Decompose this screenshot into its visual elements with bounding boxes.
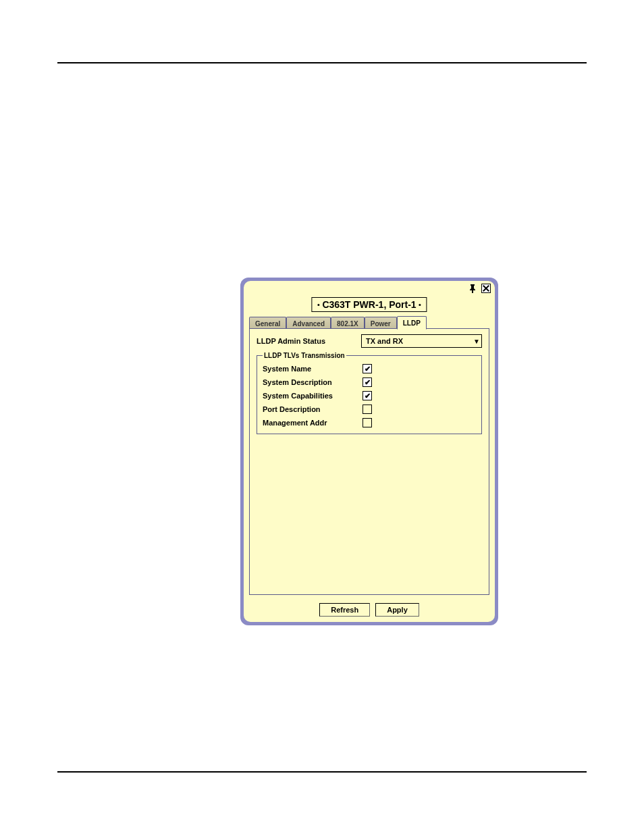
close-icon[interactable] [481, 284, 491, 293]
window-title-text: C363T PWR-1, Port-1 [322, 299, 416, 310]
titlebar-icons [468, 284, 491, 293]
row-management-addr: Management Addr [263, 416, 476, 429]
checkbox-system-capabilities[interactable]: ✔ [363, 391, 372, 400]
checkbox-system-name[interactable]: ✔ [363, 364, 372, 373]
top-horizontal-rule [57, 62, 587, 63]
dropdown-lldp-admin-status[interactable]: TX and RX ▼ [361, 334, 482, 348]
row-port-description: Port Description [263, 402, 476, 416]
row-system-capabilities: System Capabilities ✔ [263, 389, 476, 402]
label-system-name: System Name [263, 365, 363, 373]
chevron-down-icon: ▼ [473, 338, 480, 345]
row-system-description: System Description ✔ [263, 375, 476, 389]
fieldset-legend: LLDP TLVs Transmission [263, 352, 346, 359]
dialog-panel: C363T PWR-1, Port-1 General Advanced 802… [244, 281, 495, 622]
tab-bar: General Advanced 802.1X Power LLDP [249, 316, 427, 329]
tab-advanced[interactable]: Advanced [286, 317, 331, 329]
pushpin-icon[interactable] [468, 284, 477, 293]
label-management-addr: Management Addr [263, 419, 363, 427]
tab-8021x[interactable]: 802.1X [331, 317, 365, 329]
label-system-capabilities: System Capabilities [263, 392, 363, 400]
apply-button[interactable]: Apply [375, 603, 419, 617]
tab-content: LLDP Admin Status TX and RX ▼ LLDP TLVs … [249, 328, 489, 595]
button-bar: Refresh Apply [244, 603, 495, 617]
label-port-description: Port Description [263, 405, 363, 413]
tab-lldp[interactable]: LLDP [397, 316, 427, 330]
row-lldp-admin-status: LLDP Admin Status TX and RX ▼ [257, 334, 482, 348]
checkbox-port-description[interactable] [363, 405, 372, 414]
label-system-description: System Description [263, 378, 363, 386]
tab-general[interactable]: General [249, 317, 286, 329]
title-bullet-left [317, 304, 319, 306]
checkbox-management-addr[interactable] [363, 418, 372, 427]
fieldset-lldp-tlvs: LLDP TLVs Transmission System Name ✔ Sys… [257, 352, 482, 434]
bottom-horizontal-rule [57, 771, 587, 773]
refresh-button[interactable]: Refresh [319, 603, 370, 617]
row-system-name: System Name ✔ [263, 362, 476, 375]
dropdown-value: TX and RX [366, 337, 403, 345]
tab-power[interactable]: Power [365, 317, 397, 329]
title-bullet-right [419, 304, 421, 306]
window-title: C363T PWR-1, Port-1 [311, 297, 427, 312]
checkbox-system-description[interactable]: ✔ [363, 377, 372, 387]
dialog-frame: C363T PWR-1, Port-1 General Advanced 802… [240, 278, 498, 625]
label-lldp-admin-status: LLDP Admin Status [257, 337, 361, 345]
